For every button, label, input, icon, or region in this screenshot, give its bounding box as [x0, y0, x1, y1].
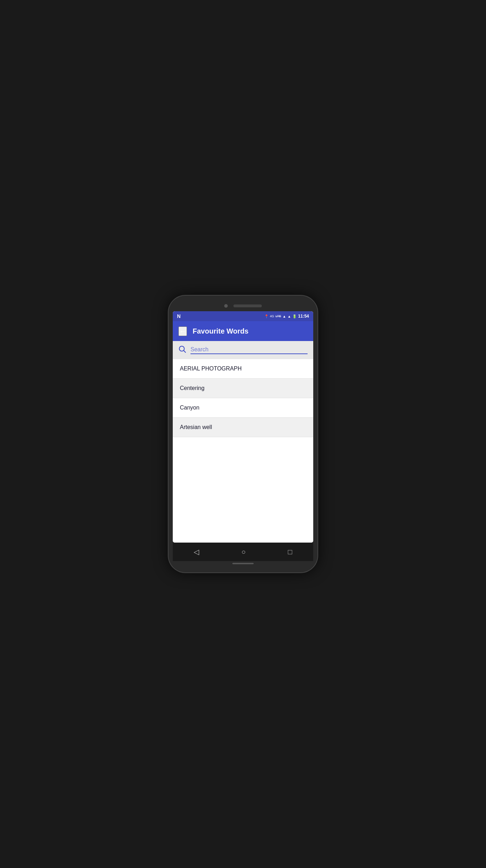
phone-screen: N 📍 4G LTE ▲ ▲ 🔋 11:54 ← Favourite Words: [173, 311, 313, 543]
back-nav-button[interactable]: ◁: [194, 548, 199, 556]
status-right: 📍 4G LTE ▲ ▲ 🔋 11:54: [264, 314, 309, 319]
app-title: Favourite Words: [193, 327, 248, 335]
lte-icon: LTE: [276, 314, 281, 318]
search-input[interactable]: [190, 346, 308, 354]
status-bar: N 📍 4G LTE ▲ ▲ 🔋 11:54: [173, 311, 313, 321]
signal-icon-2: ▲: [287, 314, 291, 318]
home-nav-icon: ○: [241, 548, 245, 556]
battery-icon: 🔋: [292, 314, 297, 318]
recents-nav-icon: □: [288, 548, 292, 556]
back-button[interactable]: ←: [178, 326, 187, 336]
phone-frame: N 📍 4G LTE ▲ ▲ 🔋 11:54 ← Favourite Words: [169, 296, 317, 572]
home-indicator: [232, 563, 254, 564]
app-bar: ← Favourite Words: [173, 321, 313, 341]
list-item[interactable]: Centering: [173, 379, 313, 398]
search-bar: [173, 341, 313, 359]
recents-nav-button[interactable]: □: [288, 548, 292, 556]
status-left: N: [177, 313, 181, 319]
4g-icon: 4G: [270, 314, 274, 318]
svg-line-1: [184, 351, 186, 352]
home-nav-button[interactable]: ○: [241, 548, 245, 556]
phone-bottom-bar: [173, 561, 313, 566]
app-notification-icon: N: [177, 313, 181, 319]
search-icon: [178, 345, 186, 355]
signal-icon-1: ▲: [282, 314, 286, 318]
list-item[interactable]: Canyon: [173, 398, 313, 418]
speaker: [233, 304, 262, 307]
word-list: AERIAL PHOTOGRAPH Centering Canyon Artes…: [173, 359, 313, 543]
location-icon: 📍: [264, 314, 269, 318]
back-nav-icon: ◁: [194, 548, 199, 556]
phone-top-bar: [173, 302, 313, 311]
bottom-nav: ◁ ○ □: [173, 543, 313, 561]
list-item[interactable]: AERIAL PHOTOGRAPH: [173, 359, 313, 379]
status-time: 11:54: [298, 314, 309, 319]
list-item[interactable]: Artesian well: [173, 418, 313, 437]
camera: [224, 304, 228, 308]
